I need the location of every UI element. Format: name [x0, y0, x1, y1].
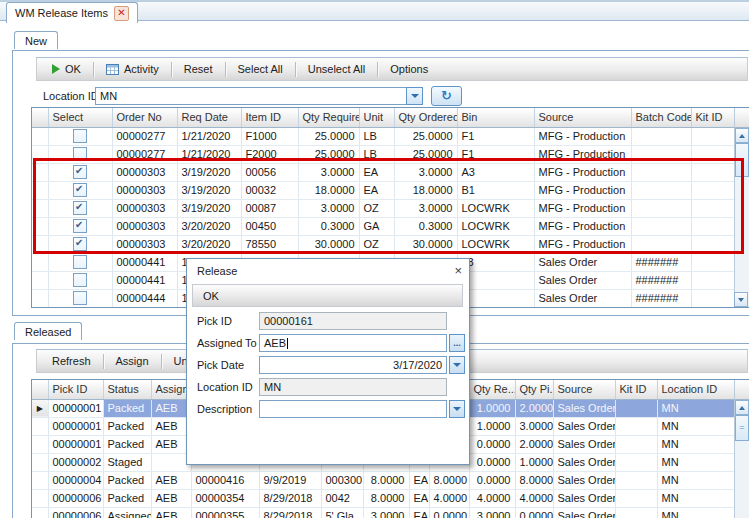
col-unit[interactable]: Unit [359, 108, 394, 127]
checkbox[interactable] [73, 219, 87, 233]
cell[interactable]: 25.0000 [298, 127, 359, 145]
cell[interactable]: 4.0000 [515, 489, 553, 507]
cell[interactable]: Assigned [103, 507, 151, 518]
col-qty-ordered[interactable]: Qty Ordered [394, 108, 457, 127]
table-row[interactable]: 000002771/21/2020F200025.0000LB25.0000F1… [32, 145, 735, 163]
cell[interactable]: MFG - Production [534, 127, 631, 145]
tab-released[interactable]: Released [14, 322, 82, 340]
cell[interactable] [615, 417, 657, 435]
cell[interactable] [691, 163, 735, 181]
row-selector[interactable] [32, 417, 48, 435]
ok-button[interactable]: OK [41, 61, 92, 77]
row-selector[interactable] [32, 127, 48, 145]
row-selector[interactable] [32, 181, 48, 199]
cell[interactable]: MFG - Production [534, 145, 631, 163]
assigned-to-field[interactable]: AEB [259, 334, 447, 352]
cell[interactable]: Sales Order [553, 399, 615, 417]
col-bin[interactable]: Bin [457, 108, 534, 127]
cell[interactable]: 00000001 [48, 399, 103, 417]
cell[interactable]: Sales Order [553, 471, 615, 489]
col-pick-id[interactable]: Pick ID [48, 380, 103, 399]
checkbox[interactable] [73, 165, 87, 179]
cell[interactable]: OZ [359, 199, 394, 217]
cell[interactable]: 00000303 [112, 217, 177, 235]
col-qty-pi[interactable]: Qty Pi... [515, 380, 553, 399]
cell[interactable]: AEB [151, 435, 191, 453]
cell[interactable]: 00000277 [112, 127, 177, 145]
cell[interactable] [691, 145, 735, 163]
checkbox[interactable] [73, 255, 87, 269]
cell[interactable]: 00000355 [191, 507, 259, 518]
cell[interactable]: 1.0000 [469, 417, 515, 435]
cell[interactable]: 2.0000 [515, 399, 553, 417]
activity-button[interactable]: Activity [95, 61, 170, 77]
cell[interactable] [631, 217, 691, 235]
select-cell[interactable] [48, 253, 112, 271]
cell[interactable]: 25.0000 [298, 145, 359, 163]
table-row[interactable]: 000002771/21/2020F100025.0000LB25.0000F1… [32, 127, 735, 145]
cell[interactable]: MFG - Production [534, 235, 631, 253]
cell[interactable]: 3.0000 [298, 163, 359, 181]
cell[interactable]: 00000444 [112, 289, 177, 307]
cell[interactable]: MFG - Production [534, 199, 631, 217]
cell[interactable]: 00000303 [112, 181, 177, 199]
description-dropdown-button[interactable] [449, 400, 465, 418]
cell[interactable]: LB [359, 145, 394, 163]
checkbox[interactable] [73, 147, 87, 161]
select-cell[interactable] [48, 199, 112, 217]
select-cell[interactable] [48, 163, 112, 181]
checkbox[interactable] [73, 129, 87, 143]
cell[interactable]: Staged [103, 453, 151, 471]
cell[interactable]: ####### [631, 289, 691, 307]
checkbox[interactable] [73, 201, 87, 215]
cell[interactable]: 0042 [321, 489, 363, 507]
cell[interactable]: AEB [151, 471, 191, 489]
cell[interactable]: MN [657, 489, 735, 507]
cell[interactable]: B1 [457, 181, 534, 199]
col-batch-code[interactable]: Batch Code [631, 108, 691, 127]
cell[interactable] [691, 253, 735, 271]
scrollbar-thumb[interactable]: = [735, 143, 749, 177]
row-selector[interactable] [32, 471, 48, 489]
cell[interactable]: LB [359, 127, 394, 145]
tab-new[interactable]: New [14, 31, 58, 49]
row-selector[interactable] [32, 145, 48, 163]
cell[interactable]: 0.0000 [469, 471, 515, 489]
cell[interactable] [631, 235, 691, 253]
cell[interactable]: 0.0000 [429, 507, 469, 518]
cell[interactable]: EA [409, 507, 429, 518]
assigned-to-browse-button[interactable]: ... [449, 334, 465, 352]
cell[interactable] [691, 181, 735, 199]
row-selector[interactable] [32, 289, 48, 307]
cell[interactable]: LOCWRK [457, 235, 534, 253]
cell[interactable] [691, 289, 735, 307]
cell[interactable]: 00000001 [48, 435, 103, 453]
vertical-scrollbar[interactable]: = [734, 380, 749, 518]
scrollbar-thumb[interactable]: = [735, 415, 749, 441]
dialog-ok-button[interactable]: OK [193, 290, 229, 302]
corner-header[interactable] [32, 380, 48, 399]
scroll-up-button[interactable] [735, 400, 749, 415]
cell[interactable]: 0.3000 [298, 217, 359, 235]
cell[interactable]: 00450 [241, 217, 298, 235]
select-cell[interactable] [48, 289, 112, 307]
cell[interactable] [631, 163, 691, 181]
cell[interactable] [631, 181, 691, 199]
cell[interactable]: Packed [103, 417, 151, 435]
cell[interactable]: GA [359, 217, 394, 235]
cell[interactable] [691, 235, 735, 253]
cell[interactable]: 00000002 [48, 453, 103, 471]
col-source[interactable]: Source [534, 108, 631, 127]
refresh-button[interactable]: Refresh [41, 353, 102, 369]
select-cell[interactable] [48, 271, 112, 289]
cell[interactable]: 8/29/2018 [259, 507, 321, 518]
cell[interactable]: MN [657, 417, 735, 435]
cell[interactable]: 4.0000 [469, 489, 515, 507]
cell[interactable]: 00000441 [112, 271, 177, 289]
cell[interactable] [615, 489, 657, 507]
cell[interactable] [691, 217, 735, 235]
cell[interactable]: ####### [631, 253, 691, 271]
row-selector[interactable] [32, 435, 48, 453]
select-cell[interactable] [48, 127, 112, 145]
cell[interactable]: 00000004 [48, 471, 103, 489]
